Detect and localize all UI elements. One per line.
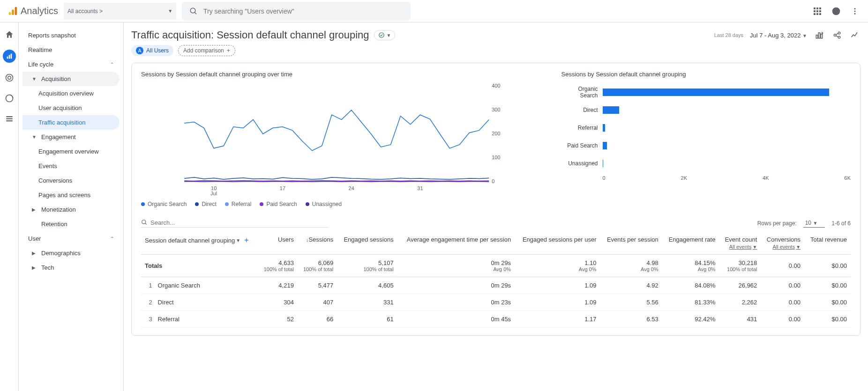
chevron-up-icon: ⌃ — [110, 236, 114, 241]
column-header[interactable]: ↓Sessions — [298, 231, 337, 255]
rail-reports-icon[interactable] — [3, 50, 16, 63]
sidebar-item-engagement[interactable]: ▼Engagement — [22, 130, 120, 144]
chevron-down-icon: ▼ — [168, 8, 172, 14]
legend-item[interactable]: Organic Search — [141, 201, 187, 207]
svg-rect-20 — [8, 55, 10, 59]
sidebar-item-acquisition-overview[interactable]: Acquisition overview — [22, 86, 120, 101]
sidebar-item-label: Monetization — [41, 206, 76, 213]
column-header[interactable]: Users — [258, 231, 298, 255]
insights-icon[interactable] — [849, 30, 861, 41]
column-header[interactable]: Total revenue — [804, 231, 851, 255]
bar-chart: Organic SearchDirectReferralPaid SearchU… — [561, 83, 851, 181]
svg-rect-9 — [816, 10, 818, 12]
sidebar-item-tech[interactable]: ▶Tech — [22, 260, 120, 275]
rail-explore-icon[interactable] — [4, 72, 15, 83]
main-content: Traffic acquisition: Session default cha… — [124, 22, 868, 391]
apps-icon[interactable] — [812, 6, 823, 17]
legend-item[interactable]: Referral — [225, 201, 252, 207]
svg-text:200: 200 — [492, 131, 500, 136]
rows-per-page-select[interactable]: 10 ▼ — [803, 219, 825, 228]
sidebar-item-life-cycle[interactable]: Life cycle⌃ — [22, 57, 120, 72]
sidebar-item-reports-snapshot[interactable]: Reports snapshot — [22, 28, 120, 43]
sidebar-item-label: Traffic acquisition — [38, 119, 85, 126]
add-dimension-icon[interactable]: + — [244, 236, 248, 244]
customize-report-icon[interactable] — [814, 30, 825, 41]
legend-item[interactable]: Paid Search — [260, 201, 297, 207]
sidebar-item-conversions[interactable]: Conversions — [22, 173, 120, 188]
totals-row: Totals4,633100% of total6,069100% of tot… — [141, 255, 851, 277]
sidebar-item-user[interactable]: User⌃ — [22, 231, 120, 246]
svg-rect-0 — [9, 12, 11, 15]
sidebar-item-label: Engagement — [41, 133, 76, 140]
rail-advertising-icon[interactable] — [4, 93, 15, 104]
sidebar-item-demographics[interactable]: ▶Demographics — [22, 246, 120, 260]
svg-rect-30 — [818, 33, 820, 38]
svg-line-4 — [195, 12, 196, 14]
svg-text:100: 100 — [492, 155, 500, 160]
search-input[interactable] — [203, 7, 403, 15]
header: Analytics All accounts > ▼ ? — [0, 0, 868, 22]
sidebar-item-pages-and-screens[interactable]: Pages and screens — [22, 188, 120, 202]
sidebar-item-user-acquisition[interactable]: User acquisition — [22, 101, 120, 115]
svg-text:Jul: Jul — [210, 191, 217, 196]
bar-row: Organic Search — [561, 83, 851, 101]
column-sub-selector[interactable]: All events ▼ — [723, 244, 757, 250]
svg-rect-29 — [816, 35, 817, 38]
svg-text:?: ? — [835, 9, 838, 14]
table-row[interactable]: 2 Direct3044073310m 23s1.095.5681.33%2,2… — [141, 294, 851, 311]
sidebar-item-realtime[interactable]: Realtime — [22, 43, 120, 57]
header-actions: ? — [812, 6, 861, 17]
chevron-icon: ▶ — [32, 265, 37, 270]
table-row[interactable]: 1 Organic Search4,2195,4774,6050m 29s1.0… — [141, 277, 851, 294]
svg-rect-5 — [814, 7, 816, 9]
table-search-input[interactable] — [150, 219, 329, 226]
sidebar-item-events[interactable]: Events — [22, 159, 120, 173]
sidebar: Reports snapshotRealtimeLife cycle⌃▼Acqu… — [19, 22, 124, 391]
bar-row: Unassigned — [561, 155, 851, 172]
rail-configure-icon[interactable] — [4, 113, 15, 125]
sidebar-item-label: Reports snapshot — [28, 32, 76, 39]
rail-home-icon[interactable] — [4, 29, 15, 40]
more-icon[interactable] — [849, 6, 861, 17]
svg-point-48 — [142, 220, 146, 224]
segment-all-users[interactable]: A All Users — [131, 45, 173, 56]
svg-rect-13 — [819, 13, 821, 15]
help-icon[interactable]: ? — [831, 6, 842, 17]
sidebar-item-monetization[interactable]: ▶Monetization — [22, 202, 120, 217]
share-icon[interactable] — [831, 30, 843, 41]
verified-chip[interactable]: ▼ — [374, 30, 396, 40]
plus-icon: + — [227, 47, 230, 54]
column-header[interactable]: Average engagement time per session — [397, 231, 515, 255]
brand-name: Analytics — [21, 6, 58, 16]
svg-text:17: 17 — [280, 185, 285, 191]
account-picker[interactable]: All accounts > ▼ — [64, 3, 176, 20]
sidebar-item-traffic-acquisition[interactable]: Traffic acquisition — [22, 115, 120, 130]
nav-rail — [0, 22, 19, 391]
chevron-up-icon: ⌃ — [110, 62, 114, 67]
column-header[interactable]: Events per session — [600, 231, 662, 255]
search-box[interactable] — [182, 2, 411, 21]
column-sub-selector[interactable]: All events ▼ — [764, 244, 801, 250]
svg-point-32 — [834, 34, 836, 37]
date-range-picker[interactable]: Jul 7 - Aug 3, 2022 ▼ — [750, 32, 807, 39]
table-row[interactable]: 3 Referral5266610m 45s1.176.5392.42%4310… — [141, 311, 851, 328]
sidebar-item-engagement-overview[interactable]: Engagement overview — [22, 144, 120, 159]
chevron-down-icon: ▼ — [387, 33, 391, 38]
sidebar-item-label: User acquisition — [38, 104, 82, 111]
svg-text:0: 0 — [492, 178, 494, 184]
add-comparison-button[interactable]: Add comparison + — [178, 45, 235, 56]
sidebar-item-acquisition[interactable]: ▼Acquisition — [22, 72, 120, 86]
analytics-logo-icon — [7, 6, 18, 16]
column-header[interactable]: Engaged sessions — [337, 231, 397, 255]
dimension-header[interactable]: Session default channel grouping ▼+ — [141, 231, 258, 255]
column-header[interactable]: Event countAll events ▼ — [719, 231, 761, 255]
legend-item[interactable]: Unassigned — [306, 201, 342, 207]
sidebar-item-retention[interactable]: Retention — [22, 217, 120, 231]
legend-item[interactable]: Direct — [195, 201, 216, 207]
column-header[interactable]: Engagement rate — [662, 231, 719, 255]
sidebar-item-label: Events — [38, 162, 57, 170]
column-header[interactable]: ConversionsAll events ▼ — [761, 231, 804, 255]
sidebar-item-label: Acquisition overview — [38, 90, 94, 97]
column-header[interactable]: Engaged sessions per user — [515, 231, 600, 255]
table-search[interactable] — [141, 219, 329, 228]
